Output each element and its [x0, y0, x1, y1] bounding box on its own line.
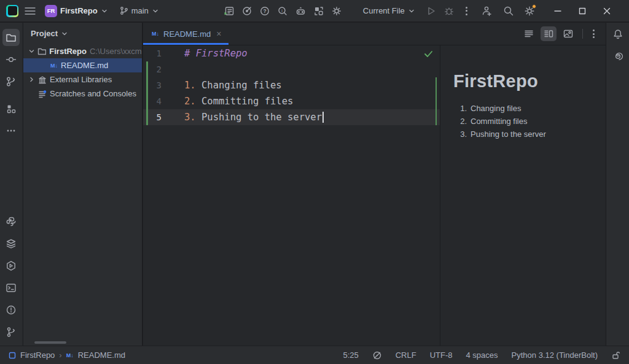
breadcrumb-file[interactable]: README.md: [78, 350, 125, 360]
layers-tool-icon[interactable]: [2, 235, 20, 252]
split-view-icon[interactable]: [541, 26, 557, 41]
help-bubble-icon[interactable]: ?: [260, 6, 270, 16]
preview-list-item: 2. Committing files: [453, 117, 606, 126]
line-separator-widget[interactable]: CRLF: [396, 350, 416, 360]
inspect-zoom-icon[interactable]: i: [278, 6, 287, 16]
notifications-bell-icon[interactable]: [612, 29, 623, 40]
indent-widget[interactable]: 4 spaces: [466, 350, 498, 360]
code-line: 2: [143, 61, 440, 77]
preview-only-view-icon[interactable]: [560, 26, 576, 41]
settings-notification-badge: [532, 4, 536, 9]
minimize-button[interactable]: [545, 2, 570, 20]
branch-widget[interactable]: main: [116, 4, 162, 18]
line-number: 5: [143, 112, 162, 122]
code-text: # FirstRepo: [184, 48, 248, 59]
breadcrumb-project[interactable]: FirstRepo: [20, 350, 55, 360]
ai-assistant-icon[interactable]: [612, 50, 623, 61]
more-tools-icon[interactable]: [2, 122, 20, 139]
read-write-lock-icon[interactable]: [611, 350, 620, 360]
window-controls: [545, 2, 619, 20]
editor-more-options-icon[interactable]: [589, 28, 598, 39]
git-tool-icon[interactable]: [2, 323, 20, 341]
chevron-down-icon: [152, 7, 159, 15]
gear-extra-icon[interactable]: [332, 6, 342, 16]
python-packages-tool-icon[interactable]: [2, 213, 20, 230]
chevron-expanded-icon: [28, 48, 34, 55]
tree-item-firstrepo[interactable]: FirstRepo C:\Users\xxcmi\: [23, 44, 142, 58]
cursor-position-widget[interactable]: 5:25: [343, 350, 358, 360]
add-user-icon[interactable]: [482, 6, 493, 16]
code-line: 3 1. Changing files: [143, 77, 440, 93]
run-profile-list-icon[interactable]: [224, 6, 234, 16]
tab-readme[interactable]: M↓ README.md ×: [143, 23, 229, 45]
run-configuration-selector[interactable]: Current File: [360, 4, 418, 18]
tree-item-readme[interactable]: M↓ README.md: [23, 58, 142, 72]
problems-tool-icon[interactable]: [2, 301, 20, 319]
encoding-widget[interactable]: UTF-8: [430, 350, 453, 360]
project-panel-header[interactable]: Project: [23, 23, 142, 44]
code-line: 5 3. Pushing to the server: [143, 109, 440, 125]
tree-item-path: C:\Users\xxcmi\: [90, 47, 142, 56]
chevron-down-icon: [61, 30, 68, 37]
tree-item-label: FirstRepo: [49, 47, 87, 56]
tree-item-label: Scratches and Consoles: [50, 89, 136, 98]
main-menu-icon[interactable]: [25, 7, 36, 15]
markdown-preview-pane: FirstRepo 1. Changing files 2. Committin…: [440, 45, 606, 346]
code-editor[interactable]: 1 # FirstRepo 2 3 1. Changing files 4 2.…: [143, 45, 440, 346]
highlighting-level-icon[interactable]: [372, 350, 382, 360]
editor-only-view-icon[interactable]: [521, 26, 537, 41]
library-icon: [38, 76, 47, 84]
title-bar: FR FirstRepo main ? i: [0, 0, 629, 22]
list-marker: 2.: [184, 96, 196, 107]
markdown-file-icon: M↓: [50, 63, 58, 69]
interpreter-widget[interactable]: Python 3.12 (TinderBolt): [512, 350, 598, 360]
controller-upload-icon[interactable]: [295, 6, 306, 16]
tab-close-icon[interactable]: ×: [215, 29, 222, 39]
text-caret: [322, 112, 324, 123]
vcs-graph-tool-icon[interactable]: [2, 73, 20, 90]
code-text: Committing files: [201, 96, 293, 107]
search-icon[interactable]: [503, 6, 514, 16]
code-text: Pushing to the server: [201, 112, 322, 123]
editor-region: M↓ README.md ×: [143, 23, 606, 346]
chevron-down-icon: [408, 7, 415, 15]
markdown-file-icon: M↓: [66, 352, 74, 358]
run-configuration-label: Current File: [363, 6, 405, 15]
line-number: 4: [143, 96, 162, 106]
close-button[interactable]: [595, 2, 619, 20]
project-panel-title: Project: [31, 29, 58, 38]
branch-name: main: [131, 6, 149, 15]
preview-heading: FirstRepo: [453, 71, 606, 91]
commit-tool-icon[interactable]: [2, 51, 20, 68]
terminal-tool-icon[interactable]: [2, 279, 20, 296]
pycharm-logo-icon: [6, 5, 18, 17]
debug-button[interactable]: [444, 6, 454, 16]
tree-item-external-libraries[interactable]: External Libraries: [23, 72, 142, 87]
tree-item-scratches[interactable]: Scratches and Consoles: [23, 87, 142, 101]
services-tool-icon[interactable]: [2, 257, 20, 274]
tree-horizontal-scrollbar[interactable]: [34, 341, 66, 344]
more-actions-icon[interactable]: [462, 6, 471, 17]
markdown-view-switcher: [521, 26, 606, 41]
titlebar-right: [482, 2, 619, 20]
project-tool-icon[interactable]: [2, 29, 20, 46]
tree-item-label: External Libraries: [50, 75, 112, 84]
folder-icon: [37, 47, 46, 56]
project-widget[interactable]: FR FirstRepo: [42, 2, 111, 20]
breadcrumb-separator: ›: [59, 350, 61, 360]
run-button[interactable]: [426, 6, 436, 16]
code-text: Changing files: [201, 80, 282, 91]
project-tree: FirstRepo C:\Users\xxcmi\ M↓ README.md E…: [23, 44, 142, 101]
line-number: 2: [143, 64, 162, 74]
target-icon[interactable]: [242, 6, 252, 16]
maximize-button[interactable]: [570, 2, 595, 20]
project-badge: FR: [45, 5, 57, 17]
line-number: 1: [143, 48, 162, 58]
swap-frames-icon[interactable]: [314, 6, 324, 16]
project-crumb-icon: [9, 352, 16, 359]
list-marker: 1.: [184, 80, 196, 91]
editor-tab-bar: M↓ README.md ×: [143, 23, 606, 45]
plugin-toolbar: ? i: [224, 6, 342, 16]
structure-tool-icon[interactable]: [2, 100, 20, 117]
settings-gear-icon[interactable]: [524, 6, 535, 17]
